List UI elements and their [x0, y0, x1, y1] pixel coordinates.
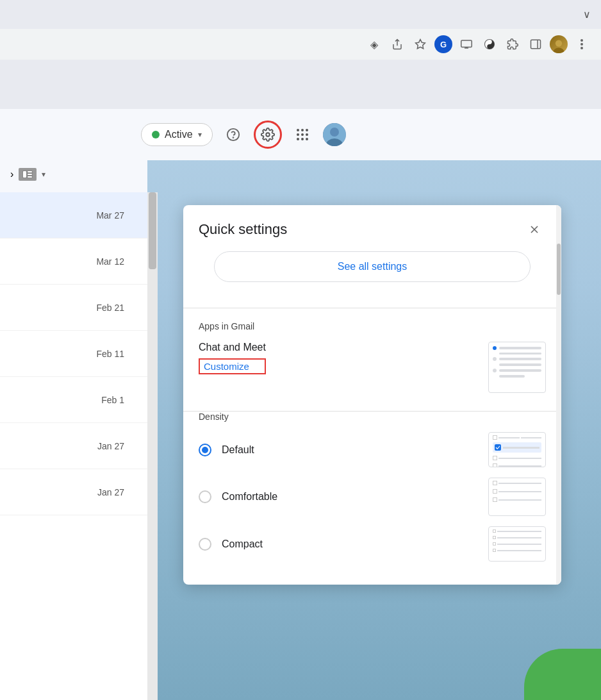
status-chevron-icon: ▾ [198, 130, 202, 139]
see-all-settings-container: See all settings [183, 251, 561, 308]
more-options-icon[interactable] [573, 35, 591, 53]
svg-rect-23 [28, 174, 32, 175]
svg-point-18 [330, 128, 339, 137]
chat-meet-label: Chat and Meet [199, 342, 266, 353]
svg-point-9 [556, 40, 562, 46]
svg-point-13 [580, 47, 583, 49]
email-date: Mar 27 [96, 210, 124, 221]
email-date: Jan 27 [97, 441, 124, 451]
see-all-settings-link[interactable]: See all settings [214, 251, 531, 282]
email-date: Jan 27 [97, 487, 124, 497]
apps-grid-button[interactable] [290, 122, 315, 147]
svg-point-6 [489, 46, 490, 47]
svg-rect-1 [461, 40, 472, 47]
grass-decoration [524, 649, 601, 700]
svg-point-10 [553, 47, 564, 53]
density-comfortable-label: Comfortable [222, 491, 478, 503]
panel-scrollbar-thumb[interactable] [557, 244, 561, 295]
email-date: Feb 21 [96, 303, 124, 313]
layout-chevron-icon: ▾ [42, 170, 45, 179]
help-button[interactable] [220, 122, 246, 147]
apps-grid-icon [297, 129, 308, 140]
gmail-header: Active ▾ [0, 109, 601, 160]
density-compact-radio[interactable] [199, 538, 211, 551]
density-default-thumbnail [488, 432, 546, 467]
density-default-radio[interactable] [199, 444, 211, 456]
svg-rect-7 [531, 40, 541, 49]
sidebar-layout-icon [19, 168, 37, 181]
svg-point-12 [580, 43, 583, 46]
sidebar-chevron-icon: › [10, 169, 13, 180]
browser-top-bar: ∨ [0, 0, 601, 29]
user-avatar-toolbar[interactable] [550, 35, 568, 53]
svg-point-5 [489, 41, 490, 42]
chat-meet-left: Chat and Meet Customize [199, 342, 266, 374]
list-item[interactable]: Feb 1 [0, 377, 147, 423]
list-item[interactable]: Mar 12 [0, 238, 147, 285]
email-date: Feb 11 [96, 349, 124, 359]
list-item[interactable]: Mar 27 [0, 192, 147, 238]
list-item[interactable]: Feb 11 [0, 331, 147, 377]
screen-extension-icon[interactable] [457, 35, 475, 53]
list-item[interactable]: Jan 27 [0, 423, 147, 469]
browser-toolbar: ◈ G [0, 29, 601, 60]
density-compact-thumbnail [488, 526, 546, 562]
density-comfortable-radio[interactable] [199, 490, 211, 503]
user-avatar-header[interactable] [323, 123, 346, 146]
email-date: Mar 12 [96, 256, 124, 267]
density-default-highlight [493, 442, 541, 453]
list-item[interactable]: Jan 27 [0, 469, 147, 515]
status-button[interactable]: Active ▾ [141, 123, 213, 146]
apps-in-gmail-section: Apps in Gmail Chat and Meet Customize [183, 308, 561, 411]
chat-meet-row: Chat and Meet Customize [199, 342, 546, 393]
scrollbar-thumb[interactable] [149, 192, 156, 269]
status-dot [152, 131, 160, 138]
sidebar-collapse-button[interactable]: › ▾ [0, 160, 147, 188]
panel-scrollbar[interactable] [556, 205, 561, 585]
density-default-option[interactable]: Default [199, 432, 546, 467]
diamond-icon[interactable]: ◈ [365, 35, 383, 53]
svg-point-11 [580, 39, 583, 42]
density-section: Density Default [183, 412, 561, 585]
customize-link[interactable]: Customize [199, 358, 266, 374]
density-comfortable-option[interactable]: Comfortable [199, 478, 546, 516]
density-default-label: Default [222, 444, 478, 456]
status-label: Active [165, 129, 193, 140]
sidebar-toggle-icon[interactable] [527, 35, 545, 53]
scrollbar[interactable] [147, 192, 158, 700]
svg-marker-0 [416, 40, 425, 49]
svg-point-16 [266, 133, 270, 137]
close-button[interactable] [523, 218, 546, 241]
email-list: Mar 27 Mar 12 Feb 21 Feb 11 Feb 1 Jan 27… [0, 192, 147, 700]
extensions-icon[interactable] [504, 35, 522, 53]
thumb-row-1 [493, 346, 541, 350]
radio-selected-indicator [202, 447, 208, 453]
svg-point-15 [233, 137, 233, 138]
share-icon[interactable] [388, 35, 406, 53]
apps-section-title: Apps in Gmail [199, 321, 546, 331]
browser-chrome: ∨ ◈ G [0, 0, 601, 109]
density-section-title: Density [199, 412, 546, 422]
svg-rect-24 [28, 176, 32, 178]
bookmark-icon[interactable] [411, 35, 429, 53]
density-comfortable-thumbnail [488, 478, 546, 516]
email-date: Feb 1 [101, 395, 124, 405]
settings-gear-button[interactable] [254, 121, 282, 149]
panel-title: Quick settings [199, 221, 287, 238]
list-item[interactable]: Feb 21 [0, 285, 147, 331]
grammarly-extension-icon[interactable]: G [434, 35, 452, 53]
svg-rect-22 [28, 171, 32, 172]
chat-meet-preview-thumbnail [488, 342, 546, 393]
panel-header: Quick settings [183, 205, 561, 251]
quick-settings-panel: Quick settings See all settings Apps in … [183, 205, 561, 585]
yinyang-extension-icon[interactable] [481, 35, 498, 53]
chevron-down-icon[interactable]: ∨ [583, 8, 591, 21]
svg-rect-21 [23, 171, 26, 178]
density-compact-label: Compact [222, 538, 478, 550]
density-compact-option[interactable]: Compact [199, 526, 546, 562]
